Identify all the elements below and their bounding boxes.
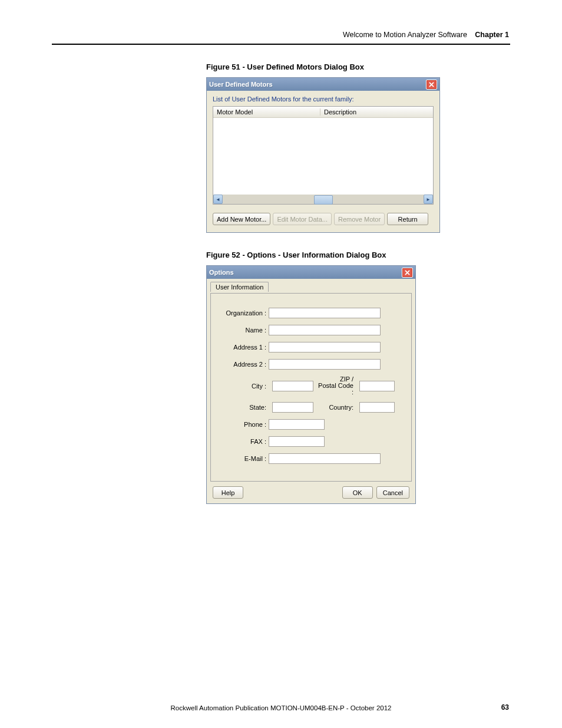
label-address2: Address 2 : — [222, 361, 269, 368]
dialog-title: User Defined Motors — [209, 81, 273, 88]
figure51-caption: Figure 51 - User Defined Motors Dialog B… — [206, 62, 513, 71]
tab-strip: User Information — [210, 281, 412, 293]
phone-field[interactable] — [269, 419, 325, 430]
close-icon[interactable] — [426, 80, 437, 90]
column-motor-model[interactable]: Motor Model — [213, 108, 320, 116]
column-description[interactable]: Description — [320, 108, 356, 116]
options-dialog: Options User Information Organization : … — [206, 265, 416, 504]
address1-field[interactable] — [269, 342, 381, 353]
label-organization: Organization : — [222, 309, 269, 317]
user-defined-motors-dialog: User Defined Motors List of User Defined… — [206, 77, 440, 233]
dialog-titlebar[interactable]: Options — [207, 266, 415, 279]
list-body[interactable] — [213, 118, 433, 195]
label-address1: Address 1 : — [222, 344, 269, 351]
footer-publication: Rockwell Automation Publication MOTION-U… — [0, 704, 562, 711]
name-field[interactable] — [269, 325, 381, 335]
edit-motor-data-button[interactable]: Edit Motor Data... — [273, 213, 332, 225]
label-state: State: — [222, 404, 269, 411]
label-name: Name : — [222, 327, 269, 334]
city-field[interactable] — [272, 381, 313, 391]
ok-button[interactable]: OK — [342, 486, 373, 499]
scroll-left-icon[interactable]: ◄ — [213, 195, 223, 204]
close-icon[interactable] — [402, 268, 413, 278]
scroll-right-icon[interactable]: ► — [424, 195, 433, 204]
list-label: List of User Defined Motors for the curr… — [213, 95, 434, 103]
list-header: Motor Model Description — [213, 107, 433, 118]
organization-field[interactable] — [269, 308, 381, 318]
header-rule — [52, 44, 510, 45]
user-info-panel: Organization : Name : Address 1 : Addres… — [210, 293, 412, 482]
label-email: E-Mail : — [222, 455, 269, 462]
label-country: Country: — [317, 404, 356, 411]
tab-user-information[interactable]: User Information — [210, 282, 269, 292]
dialog-title: Options — [209, 269, 234, 276]
horizontal-scrollbar[interactable]: ◄ ► — [213, 195, 433, 204]
motor-list[interactable]: Motor Model Description ◄ ► — [213, 106, 434, 205]
state-field[interactable] — [272, 402, 313, 413]
help-button[interactable]: Help — [213, 486, 243, 499]
header-section: Welcome to Motion Analyzer Software — [343, 31, 467, 39]
dialog-titlebar[interactable]: User Defined Motors — [207, 78, 439, 91]
country-field[interactable] — [359, 402, 395, 413]
header-chapter: Chapter 1 — [475, 31, 509, 39]
add-new-motor-button[interactable]: Add New Motor... — [213, 213, 270, 225]
fax-field[interactable] — [269, 436, 325, 447]
label-city: City : — [222, 383, 269, 390]
label-zip: ZIP / Postal Code : — [317, 376, 356, 396]
cancel-button[interactable]: Cancel — [376, 486, 409, 499]
label-fax: FAX : — [222, 438, 269, 445]
scroll-track[interactable] — [223, 195, 424, 204]
email-field[interactable] — [269, 453, 381, 464]
footer-page-number: 63 — [501, 703, 509, 711]
address2-field[interactable] — [269, 359, 381, 370]
page-header: Welcome to Motion Analyzer Software Chap… — [343, 31, 509, 39]
label-phone: Phone : — [222, 421, 269, 428]
return-button[interactable]: Return — [387, 213, 428, 225]
zip-field[interactable] — [359, 381, 395, 391]
remove-motor-button[interactable]: Remove Motor — [334, 213, 385, 225]
figure52-caption: Figure 52 - Options - User Information D… — [206, 251, 513, 259]
scroll-thumb[interactable] — [314, 195, 333, 205]
